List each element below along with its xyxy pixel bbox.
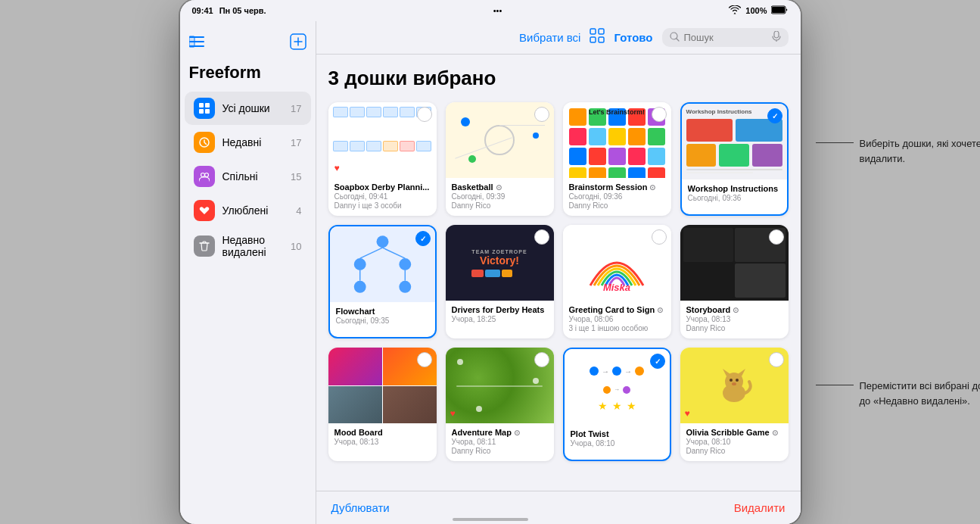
select-circle-soapbox[interactable]	[417, 107, 432, 122]
board-name-soapbox: Soapbox Derby Planni...	[334, 182, 431, 192]
svg-point-26	[399, 258, 411, 270]
board-card-soapbox[interactable]: ♥ Soapbox Derby Planni... Сьогодні, 09:4…	[328, 102, 437, 216]
board-date-workshop: Сьогодні, 09:36	[688, 194, 781, 202]
board-card-flowchart[interactable]: Flowchart Сьогодні, 09:35	[328, 225, 437, 338]
board-card-olivia[interactable]: ♥	[680, 348, 789, 461]
status-bar: 09:41 Пн 05 черв. ••• 100%	[180, 0, 801, 21]
deleted-label: Недавно видалені	[222, 234, 284, 258]
app-title: Freeform	[189, 63, 261, 82]
select-all-btn[interactable]: Вибрати всі	[519, 31, 580, 44]
board-date-flowchart: Сьогодні, 09:35	[336, 317, 429, 325]
board-card-plottwist[interactable]: → → →	[563, 348, 671, 461]
board-card-workshop[interactable]: Workshop Instructions	[680, 102, 789, 216]
board-card-adventure[interactable]: ♥ Adventure Map ⊙ Учора, 08:11	[446, 348, 554, 461]
board-info-flowchart: Flowchart Сьогодні, 09:35	[330, 302, 435, 331]
duplicate-btn[interactable]: Дублювати	[331, 501, 390, 514]
search-bar[interactable]	[662, 28, 789, 47]
all-boards-label: Усі дошки	[222, 102, 284, 114]
wifi-icon	[729, 5, 741, 16]
board-thumbnail-soapbox: ♥	[328, 102, 437, 178]
favorites-label: Улюблені	[222, 204, 289, 217]
favorites-icon	[194, 200, 215, 221]
battery-icon	[771, 5, 788, 16]
select-circle-workshop[interactable]	[767, 108, 782, 123]
board-name-brainstorm: Brainstorm Session ⊙	[569, 182, 665, 192]
board-info-plottwist: Plot Twist Учора, 08:10	[565, 425, 670, 454]
delete-btn[interactable]: Видалити	[734, 501, 786, 514]
select-circle-flowchart[interactable]	[415, 231, 431, 246]
search-icon	[670, 32, 680, 44]
sidebar-item-all-boards[interactable]: Усі дошки 17	[185, 92, 311, 125]
grid-view-btn[interactable]	[590, 28, 605, 47]
board-info-moodboard: Mood Board Учора, 08:13	[328, 423, 437, 452]
recent-count: 17	[291, 137, 301, 148]
select-circle-brainstorm[interactable]	[652, 107, 667, 122]
board-date-adventure: Учора, 08:11	[452, 438, 548, 446]
svg-point-14	[201, 173, 204, 177]
select-circle-plottwist[interactable]	[650, 354, 665, 369]
all-boards-count: 17	[291, 103, 301, 114]
board-meta-adventure: Danny Rico	[452, 447, 548, 455]
collab-icon-adventure: ⊙	[514, 429, 520, 437]
board-info-workshop: Workshop Instructions Сьогодні, 09:36	[682, 179, 787, 208]
new-board-btn[interactable]	[290, 33, 306, 54]
deleted-icon	[194, 235, 215, 257]
time: 09:41	[192, 6, 213, 15]
sidebar-item-shared[interactable]: Спільні 15	[185, 160, 311, 193]
done-btn[interactable]: Готово	[614, 31, 652, 44]
board-meta-olivia: Danny Rico	[686, 447, 782, 455]
shared-icon	[194, 166, 215, 187]
board-card-greeting[interactable]: Miska Greeting Card to Sign ⊙ У	[563, 225, 671, 338]
select-circle-adventure[interactable]	[534, 352, 549, 367]
board-card-derby[interactable]: TEAM ZOETROPE Victory!	[446, 225, 554, 338]
select-circle-greeting[interactable]	[652, 229, 667, 245]
board-date-plottwist: Учора, 08:10	[571, 439, 664, 448]
board-card-brainstorm[interactable]: Let's Brainstorm!	[563, 102, 671, 216]
sidebar-item-recent[interactable]: Недавні 17	[185, 126, 311, 159]
select-circle-olivia[interactable]	[769, 352, 784, 367]
boards-grid: ♥ Soapbox Derby Planni... Сьогодні, 09:4…	[328, 102, 789, 467]
select-circle-moodboard[interactable]	[417, 352, 432, 367]
svg-point-27	[353, 281, 366, 293]
board-info-olivia: Olivia Scribble Game ⊙ Учора, 08:10 Dann…	[680, 423, 789, 461]
board-thumbnail-flowchart	[330, 226, 435, 302]
page-title: 3 дошки вибрано	[328, 67, 789, 90]
svg-rect-18	[590, 37, 596, 42]
board-card-basketball[interactable]: Basketball ⊙ Сьогодні, 09:39 Danny Rico	[446, 102, 554, 216]
annotation-bottom: Перемістити всі вибрані дошки до «Недавн…	[816, 379, 981, 408]
select-circle-storyboard[interactable]	[769, 229, 784, 245]
sidebar-collapse-btn[interactable]	[189, 36, 204, 51]
home-indicator	[453, 518, 528, 521]
deleted-count: 10	[291, 241, 301, 252]
board-date-soapbox: Сьогодні, 09:41	[334, 192, 431, 201]
board-name-olivia: Olivia Scribble Game ⊙	[686, 428, 782, 437]
board-name-storyboard: Storyboard ⊙	[686, 305, 782, 314]
board-date-greeting: Учора, 08:06	[569, 315, 665, 323]
board-date-basketball: Сьогодні, 09:39	[452, 192, 548, 201]
heart-icon-soapbox: ♥	[334, 163, 340, 173]
bottom-bar: Дублювати Видалити	[316, 491, 801, 524]
search-input[interactable]	[684, 32, 767, 43]
svg-point-39	[732, 382, 736, 385]
board-card-moodboard[interactable]: Mood Board Учора, 08:13	[328, 348, 437, 461]
board-thumbnail-plottwist: → → →	[565, 349, 670, 425]
board-thumbnail-greeting: Miska	[563, 225, 671, 301]
favorites-count: 4	[296, 205, 301, 217]
board-meta-brainstorm: Danny Rico	[569, 201, 665, 210]
svg-point-24	[376, 235, 388, 248]
content-area: Вибрати всі Готово	[316, 21, 801, 524]
sidebar-item-deleted[interactable]: Недавно видалені 10	[185, 228, 311, 264]
svg-rect-19	[599, 37, 604, 42]
shared-count: 15	[291, 171, 301, 182]
sidebar-item-favorites[interactable]: Улюблені 4	[185, 194, 311, 227]
svg-point-37	[730, 379, 733, 382]
board-name-derby: Drivers for Derby Heats	[452, 305, 548, 314]
board-date-brainstorm: Сьогодні, 09:36	[569, 192, 665, 201]
svg-rect-12	[205, 109, 210, 114]
board-info-greeting: Greeting Card to Sign ⊙ Учора, 08:06 3 і…	[563, 301, 671, 338]
board-name-moodboard: Mood Board	[334, 428, 431, 437]
board-date-derby: Учора, 18:25	[452, 315, 548, 323]
select-circle-derby[interactable]	[534, 229, 549, 245]
select-circle-basketball[interactable]	[534, 107, 549, 122]
board-card-storyboard[interactable]: Storyboard ⊙ Учора, 08:13 Danny Rico	[680, 225, 789, 338]
